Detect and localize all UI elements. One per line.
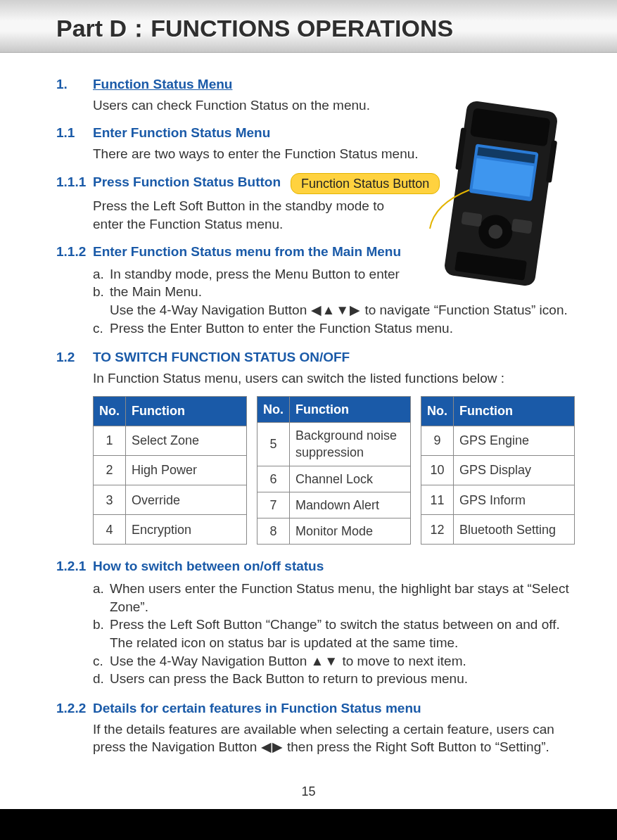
cell-fn: Monitor Mode (290, 518, 411, 545)
cell-fn: GPS Engine (454, 426, 575, 455)
cell-fn: Encryption (126, 515, 247, 545)
cell-no: 6 (257, 466, 290, 492)
table-row: 1Select Zone (94, 426, 247, 455)
table-row: 4Encryption (94, 515, 247, 545)
function-table-2: No.Function 5Background noise suppressio… (257, 396, 411, 545)
device-illustration (427, 98, 575, 288)
section-title: Press Function Status Button (93, 173, 281, 194)
cell-no: 12 (421, 515, 454, 545)
function-table-3: No.Function 9GPS Engine 10GPS Display 11… (421, 396, 575, 545)
step-text: When users enter the Function Status men… (110, 580, 575, 616)
cell-no: 4 (94, 515, 126, 545)
step-text: Use the 4-Way Navigation Button ▲▼ to mo… (110, 652, 466, 670)
section-1-2-1: 1.2.1 How to switch between on/off statu… (56, 557, 575, 575)
cell-fn: Bluetooth Setting (454, 515, 575, 545)
cell-fn: Mandown Alert (290, 492, 411, 518)
function-tables: No.Function 1Select Zone 2High Power 3Ov… (93, 396, 575, 545)
step-d: d.Users can press the Back Button to ret… (93, 670, 575, 688)
table-row: 12Bluetooth Setting (421, 515, 575, 545)
step-b-cont: Use the 4-Way Navigation Button ◀▲▼▶ to … (93, 301, 575, 319)
callout-label: Function Status Button (291, 173, 440, 194)
table-row: 8Monitor Mode (257, 518, 411, 545)
footer-bar (0, 809, 617, 840)
cell-no: 3 (94, 485, 126, 515)
nav-arrows-icon: ▲▼ (311, 654, 339, 668)
section-title: TO SWITCH FUNCTION STATUS ON/OFF (93, 348, 350, 367)
cell-no: 7 (257, 492, 290, 518)
section-1-2-2-text: If the details features are available wh… (93, 720, 575, 756)
cell-no: 11 (421, 485, 454, 515)
nav-arrows-icon: ◀▲▼▶ (311, 303, 362, 317)
step-label: a. (93, 580, 110, 616)
cell-fn: GPS Display (454, 455, 575, 485)
table-row: 10GPS Display (421, 455, 575, 485)
section-number: 1.2.2 (56, 699, 93, 718)
step-label: d. (93, 670, 110, 688)
section-number: 1.1 (56, 124, 93, 142)
table-row: 3Override (94, 485, 247, 515)
step-text: the Main Menu. (110, 283, 202, 301)
section-title: Enter Function Status Menu (93, 124, 270, 142)
page-number: 15 (0, 784, 617, 799)
step-label: c. (93, 319, 110, 338)
step-c: c.Press the Enter Button to enter the Fu… (93, 319, 575, 338)
section-number: 1. (56, 75, 93, 94)
step-b: b.Press the Left Soft Button “Change” to… (93, 616, 575, 651)
section-number: 1.1.2 (56, 243, 93, 261)
section-number: 1.1.1 (56, 173, 93, 194)
section-1-1-1-text: Press the Left Soft Button in the standb… (93, 197, 416, 233)
nav-arrows-icon: ◀▶ (261, 739, 284, 754)
th-fn: Function (290, 396, 411, 422)
cell-no: 2 (94, 455, 126, 485)
cell-fn: Channel Lock (290, 466, 411, 492)
cell-no: 1 (94, 426, 126, 455)
step-label: b. (93, 283, 110, 301)
section-title: How to switch between on/off status (93, 557, 324, 575)
section-title: Details for certain features in Function… (93, 699, 421, 718)
cell-fn: Select Zone (126, 426, 247, 455)
step-text: Users can press the Back Button to retur… (110, 670, 468, 688)
cell-fn: Background noise suppression (290, 422, 411, 466)
table-row: 5Background noise suppression (257, 422, 411, 466)
cell-fn: High Power (126, 455, 247, 485)
step-a: a.When users enter the Function Status m… (93, 580, 575, 616)
section-1: 1. Function Status Menu (56, 75, 575, 94)
section-number: 1.2.1 (56, 557, 93, 575)
cell-no: 10 (421, 455, 454, 485)
function-table-1: No.Function 1Select Zone 2High Power 3Ov… (93, 396, 247, 545)
section-title: Enter Function Status menu from the Main… (93, 243, 401, 261)
section-1-2-text: In Function Status menu, users can switc… (93, 369, 575, 388)
cell-no: 9 (421, 426, 454, 455)
step-label: a. (93, 265, 110, 284)
step-text: In standby mode, press the Menu Button t… (110, 265, 400, 284)
step-text: Press the Left Soft Button “Change” to s… (110, 616, 575, 651)
page-title: Part D：FUNCTIONS OPERATIONS (56, 13, 575, 45)
table-row: 2High Power (94, 455, 247, 485)
th-no: No. (257, 396, 290, 422)
cell-fn: Override (126, 485, 247, 515)
section-1-2-2: 1.2.2 Details for certain features in Fu… (56, 699, 575, 718)
step-label: b. (93, 616, 110, 651)
th-fn: Function (126, 396, 247, 426)
page-header: Part D：FUNCTIONS OPERATIONS (0, 0, 617, 53)
cell-no: 5 (257, 422, 290, 466)
table-row: 7Mandown Alert (257, 492, 411, 518)
step-c: c. Use the 4-Way Navigation Button ▲▼ to… (93, 652, 575, 670)
table-row: 9GPS Engine (421, 426, 575, 455)
step-text: Press the Enter Button to enter the Func… (110, 319, 453, 338)
section-title: Function Status Menu (93, 75, 232, 94)
th-fn: Function (454, 396, 575, 426)
step-label: c. (93, 652, 110, 670)
table-row: 6Channel Lock (257, 466, 411, 492)
cell-fn: GPS Inform (454, 485, 575, 515)
th-no: No. (421, 396, 454, 426)
steps-1-2-1: a.When users enter the Function Status m… (93, 580, 575, 688)
cell-no: 8 (257, 518, 290, 545)
step-text: Use the 4-Way Navigation Button ◀▲▼▶ to … (110, 301, 568, 319)
section-1-2: 1.2 TO SWITCH FUNCTION STATUS ON/OFF (56, 348, 575, 367)
th-no: No. (94, 396, 126, 426)
table-row: 11GPS Inform (421, 485, 575, 515)
section-number: 1.2 (56, 348, 93, 367)
